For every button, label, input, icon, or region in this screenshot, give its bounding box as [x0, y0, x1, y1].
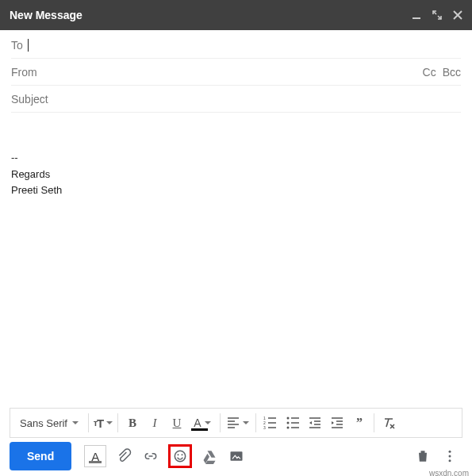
font-size-dropdown[interactable]: тT — [93, 413, 113, 433]
separator — [220, 413, 221, 432]
discard-draft-icon[interactable] — [413, 447, 432, 466]
subject-row[interactable] — [11, 86, 461, 113]
from-label: From — [11, 66, 37, 79]
insert-photo-icon[interactable] — [227, 447, 246, 466]
watermark: wsxdn.com — [429, 469, 469, 476]
svg-point-6 — [286, 427, 289, 429]
signature-line3: Preeti Seth — [11, 183, 461, 198]
font-family-dropdown[interactable]: Sans Serif — [13, 417, 85, 429]
google-drive-icon[interactable] — [200, 447, 219, 466]
minimize-icon[interactable] — [412, 10, 421, 20]
compose-title: New Message — [10, 9, 83, 21]
attach-file-icon[interactable] — [114, 447, 133, 466]
chevron-down-icon — [106, 421, 113, 424]
to-label: To — [11, 39, 23, 52]
formatting-toolbar: Sans Serif тT B I U A 123 ” — [10, 408, 462, 438]
svg-rect-10 — [231, 451, 243, 461]
text-color-dropdown[interactable]: A — [189, 413, 216, 433]
svg-point-12 — [449, 455, 451, 458]
indent-more-button[interactable] — [327, 413, 347, 433]
bold-button[interactable]: B — [122, 413, 143, 433]
svg-point-5 — [286, 422, 289, 424]
more-options-icon[interactable] — [440, 447, 459, 466]
signature-line1: Regards — [11, 167, 461, 182]
message-body[interactable]: -- Regards Preeti Seth — [11, 117, 461, 397]
svg-point-11 — [449, 451, 451, 453]
expand-icon[interactable] — [432, 10, 442, 20]
to-input[interactable] — [29, 33, 461, 58]
close-icon[interactable] — [453, 10, 462, 20]
window-controls — [412, 10, 462, 20]
from-row[interactable]: From Cc Bcc — [11, 59, 461, 86]
svg-point-13 — [449, 459, 451, 462]
italic-button[interactable]: I — [144, 413, 165, 433]
send-toolbar: Send A — [10, 441, 462, 471]
align-dropdown[interactable] — [224, 413, 251, 433]
cc-button[interactable]: Cc — [423, 66, 436, 79]
cc-bcc-group: Cc Bcc — [423, 66, 461, 79]
chevron-down-icon — [243, 421, 249, 424]
subject-input[interactable] — [11, 86, 461, 112]
bcc-button[interactable]: Bcc — [443, 66, 461, 79]
insert-emoji-icon[interactable] — [168, 444, 192, 468]
separator — [88, 413, 89, 432]
font-family-label: Sans Serif — [20, 417, 67, 429]
signature-divider: -- — [11, 151, 461, 166]
underline-button[interactable]: U — [167, 413, 187, 433]
bulleted-list-button[interactable] — [282, 413, 303, 433]
indent-less-button[interactable] — [305, 413, 325, 433]
to-row[interactable]: To — [11, 32, 461, 59]
svg-point-9 — [182, 454, 183, 455]
send-tool-buttons: A — [84, 444, 246, 468]
separator — [374, 413, 374, 432]
chevron-down-icon — [205, 421, 211, 424]
separator — [255, 413, 256, 432]
from-input[interactable] — [42, 60, 423, 85]
remove-formatting-button[interactable] — [378, 413, 399, 433]
send-button[interactable]: Send — [10, 442, 71, 470]
svg-text:3: 3 — [263, 425, 266, 430]
svg-point-4 — [286, 417, 289, 420]
separator — [117, 413, 118, 432]
numbered-list-button[interactable]: 123 — [260, 413, 281, 433]
insert-link-icon[interactable] — [141, 447, 160, 466]
quote-button[interactable]: ” — [349, 413, 370, 433]
svg-point-8 — [178, 454, 179, 455]
chevron-down-icon — [72, 421, 79, 424]
fields-area: To From Cc Bcc — [0, 30, 472, 113]
compose-header: New Message — [0, 0, 472, 30]
formatting-toggle-button[interactable]: A — [84, 445, 106, 467]
